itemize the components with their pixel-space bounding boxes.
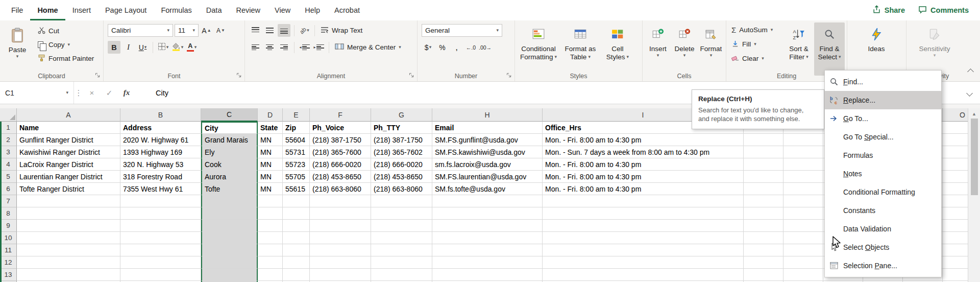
column-header-B[interactable]: B [120, 108, 201, 122]
cell-C8[interactable] [201, 207, 258, 220]
borders-button[interactable]: ▾ [157, 41, 169, 54]
cell-J8[interactable] [744, 207, 783, 220]
cell-G13[interactable] [371, 269, 432, 281]
middle-align-button[interactable] [263, 24, 276, 37]
cell-C2[interactable]: Grand Marais [201, 134, 258, 146]
row-header-2[interactable]: 2 [0, 134, 17, 146]
cell-F12[interactable] [310, 256, 371, 269]
cell-O1[interactable] [943, 122, 968, 134]
insert-function-button[interactable]: fx [118, 82, 135, 104]
comments-button[interactable]: Comments [918, 5, 969, 15]
cell-A10[interactable] [17, 232, 120, 244]
cell-J12[interactable] [744, 256, 783, 269]
cell-H12[interactable] [432, 256, 543, 269]
row-header-7[interactable]: 7 [0, 195, 17, 207]
menu-item-select-objects[interactable]: Select Objects [825, 238, 941, 256]
cell-E7[interactable] [283, 195, 310, 207]
cell-D13[interactable] [258, 269, 283, 281]
cell-C11[interactable] [201, 244, 258, 256]
cell-O6[interactable] [943, 183, 968, 195]
collapse-ribbon-button[interactable] [968, 67, 973, 76]
column-header-D[interactable]: D [258, 108, 283, 122]
cell-E1[interactable]: Zip [283, 122, 310, 134]
copy-button[interactable]: Copy ▾ [36, 38, 96, 51]
cell-O3[interactable] [943, 146, 968, 158]
cell-I6[interactable]: Mon. - Fri. 8:00 am to 4:30 pm [543, 183, 744, 195]
cell-B2[interactable]: 2020 W. Highway 61 [120, 134, 201, 146]
scroll-up-icon[interactable]: ▲ [972, 108, 976, 119]
menu-item-notes[interactable]: Notes [825, 165, 941, 183]
cell-B8[interactable] [120, 207, 201, 220]
cell-F6[interactable]: (218) 663-8060 [310, 183, 371, 195]
cell-C3[interactable]: Ely [201, 146, 258, 158]
cell-K12[interactable] [783, 256, 823, 269]
cell-F5[interactable]: (218) 453-8650 [310, 171, 371, 183]
cell-J3[interactable] [744, 146, 783, 158]
cell-J10[interactable] [744, 232, 783, 244]
row-header-10[interactable]: 10 [0, 232, 17, 244]
clear-button[interactable]: Clear ▾ [729, 52, 775, 65]
cell-J9[interactable] [744, 220, 783, 232]
cell-K4[interactable] [783, 158, 823, 171]
cell-F7[interactable] [310, 195, 371, 207]
cell-H10[interactable] [432, 232, 543, 244]
cell-A6[interactable]: Tofte Ranger District [17, 183, 120, 195]
cell-B1[interactable]: Address [120, 122, 201, 134]
cell-C7[interactable] [201, 195, 258, 207]
fill-color-button[interactable]: ▾ [171, 41, 184, 54]
cell-O11[interactable] [943, 244, 968, 256]
tab-formulas[interactable]: Formulas [154, 0, 199, 20]
tab-page-layout[interactable]: Page Layout [98, 0, 154, 20]
cell-E3[interactable]: 55731 [283, 146, 310, 158]
decrease-font-size-button[interactable]: A▼ [214, 24, 227, 37]
decrease-indent-button[interactable]: ◂ [298, 41, 311, 54]
sort-filter-button[interactable]: AZ Sort & Filter▾ [783, 22, 814, 76]
cell-C5[interactable]: Aurora [201, 171, 258, 183]
row-header-8[interactable]: 8 [0, 207, 17, 220]
cell-A5[interactable]: Laurentian Ranger District [17, 171, 120, 183]
cell-G5[interactable]: (218) 453-8650 [371, 171, 432, 183]
cell-O10[interactable] [943, 232, 968, 244]
cell-E13[interactable] [283, 269, 310, 281]
font-family-select[interactable]: Calibri ▾ [108, 24, 173, 37]
cell-D5[interactable]: MN [258, 171, 283, 183]
wrap-text-button[interactable]: Wrap Text [318, 24, 364, 37]
row-header-1[interactable]: 1 [0, 122, 17, 134]
cell-H5[interactable]: SM.FS.laurentian@usda.gov [432, 171, 543, 183]
cell-H13[interactable] [432, 269, 543, 281]
row-header-11[interactable]: 11 [0, 244, 17, 256]
cell-D8[interactable] [258, 207, 283, 220]
cell-K8[interactable] [783, 207, 823, 220]
cell-I13[interactable] [543, 269, 744, 281]
orientation-button[interactable]: ab▾ [298, 24, 311, 37]
cell-C1[interactable]: City [201, 122, 258, 134]
format-cells-button[interactable]: Format ▾ [698, 22, 724, 76]
bold-button[interactable]: B [108, 41, 120, 54]
cut-button[interactable]: Cut [36, 25, 96, 37]
cell-E4[interactable]: 55723 [283, 158, 310, 171]
cell-B3[interactable]: 1393 Highway 169 [120, 146, 201, 158]
menu-item-selection-pane[interactable]: Selection Pane... [825, 256, 941, 275]
cell-O12[interactable] [943, 256, 968, 269]
cell-O8[interactable] [943, 207, 968, 220]
cell-D1[interactable]: State [258, 122, 283, 134]
cell-I12[interactable] [543, 256, 744, 269]
cell-G12[interactable] [371, 256, 432, 269]
cell-E10[interactable] [283, 232, 310, 244]
cell-J13[interactable] [744, 269, 783, 281]
cell-C9[interactable] [201, 220, 258, 232]
select-all-corner[interactable] [0, 108, 17, 122]
font-size-select[interactable]: 11 ▾ [175, 24, 199, 37]
cell-A12[interactable] [17, 256, 120, 269]
cell-F8[interactable] [310, 207, 371, 220]
cell-K6[interactable] [783, 183, 823, 195]
cell-A8[interactable] [17, 207, 120, 220]
cell-I4[interactable]: Mon. - Fri. 8:00 am to 4:30 pm [543, 158, 744, 171]
cell-E6[interactable]: 55615 [283, 183, 310, 195]
align-center-button[interactable] [263, 41, 276, 54]
column-header-A[interactable]: A [17, 108, 120, 122]
tab-review[interactable]: Review [229, 0, 267, 20]
sensitivity-button[interactable]: Sensitivity ▾ [914, 22, 955, 76]
italic-button[interactable]: I [122, 41, 135, 54]
cell-K13[interactable] [783, 269, 823, 281]
